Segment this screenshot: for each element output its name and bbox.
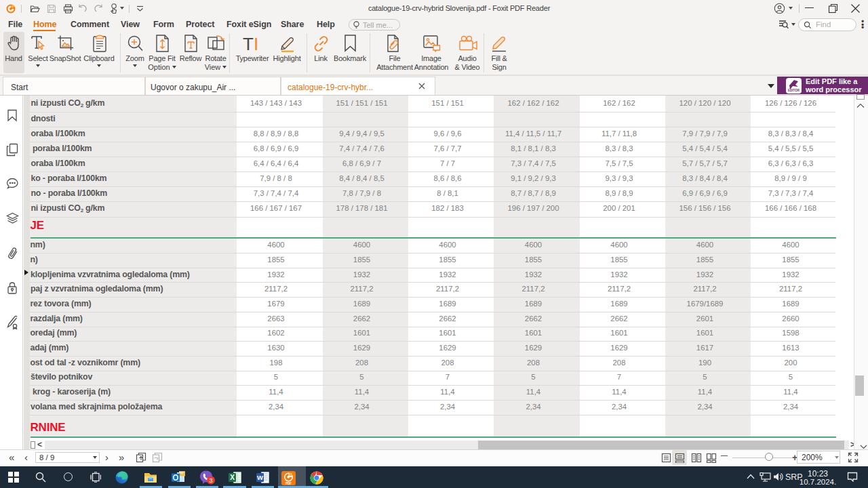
svg-text:EDITOR: EDITOR <box>788 89 800 92</box>
svg-text:X: X <box>230 474 235 481</box>
svg-text:PDF: PDF <box>285 482 292 485</box>
svg-text:W: W <box>257 474 263 481</box>
svg-text:3: 3 <box>209 477 212 484</box>
